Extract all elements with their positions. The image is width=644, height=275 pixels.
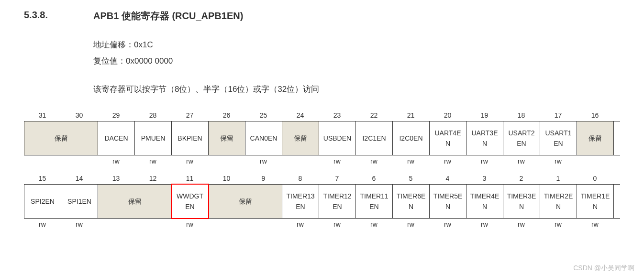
bit-number: 4	[429, 175, 466, 182]
access-cell: rw	[24, 220, 61, 228]
bit-number: 11	[171, 175, 208, 182]
access-cell: rw	[134, 157, 171, 165]
access-cell: rw	[392, 157, 429, 165]
access-cell: rw	[429, 157, 466, 165]
bit-number: 3	[466, 175, 503, 182]
access-cell: rw	[355, 220, 392, 228]
meta-info: 地址偏移：0x1C 复位值：0x0000 0000	[93, 37, 620, 69]
address-offset-value: 0x1C	[134, 40, 153, 49]
bit-number: 7	[319, 175, 355, 182]
bit-number: 18	[503, 111, 540, 119]
access-cell: rw	[98, 157, 134, 165]
bit-number: 6	[355, 175, 392, 182]
field-timer12en: TIMER12EN	[319, 185, 356, 218]
bit-number: 21	[392, 111, 429, 119]
access-cell: rw	[540, 157, 577, 165]
access-cell: rw	[466, 220, 503, 228]
field-timer5en: TIMER5EN	[430, 185, 466, 218]
field-reserved: 保留	[209, 121, 245, 155]
access-cell: rw	[319, 220, 355, 228]
bit-number: 19	[466, 111, 503, 119]
bit-number: 17	[540, 111, 577, 119]
field-can0en: CAN0EN	[245, 121, 282, 155]
field-reserved: 保留	[98, 185, 172, 218]
field-bkpien: BKPIEN	[172, 121, 209, 155]
field-usbden: USBDEN	[319, 121, 356, 155]
bit-number: 10	[208, 175, 245, 182]
field-timer2en: TIMER2EN	[540, 185, 577, 218]
bit-fields-low: SPI2ENSPI1EN保留WWDGTEN保留TIMER13ENTIMER12E…	[24, 184, 620, 219]
bit-number: 28	[134, 111, 171, 119]
field-reserved: 保留	[24, 121, 98, 155]
field-uart3en: UART3EN	[466, 121, 503, 155]
bit-number: 31	[24, 111, 61, 119]
access-cell: rw	[503, 157, 540, 165]
access-cell: rw	[577, 220, 613, 228]
bit-number: 22	[355, 111, 392, 119]
bit-numbers-low: 1514131211109876543210	[24, 175, 620, 182]
reset-value-value: 0x0000 0000	[126, 56, 173, 66]
field-timer11en: TIMER11EN	[356, 185, 393, 218]
reset-value-line: 复位值：0x0000 0000	[93, 53, 620, 69]
field-wwdgten: WWDGTEN	[172, 185, 209, 218]
field-timer1en: TIMER1EN	[577, 185, 614, 218]
bit-number: 23	[319, 111, 355, 119]
bit-number: 24	[282, 111, 319, 119]
access-cell	[577, 157, 613, 165]
bit-number: 13	[98, 175, 134, 182]
bit-number: 25	[245, 111, 282, 119]
access-row-low: rwrwrwrwrwrwrwrwrwrwrwrw	[24, 220, 620, 228]
bit-number: 14	[61, 175, 98, 182]
field-uart4en: UART4EN	[430, 121, 466, 155]
bit-number: 5	[392, 175, 429, 182]
access-cell: rw	[392, 220, 429, 228]
bit-fields-high: 保留DACENPMUENBKPIEN保留CAN0EN保留USBDENI2C1EN…	[24, 121, 620, 155]
field-reserved: 保留	[282, 121, 319, 155]
access-cell: rw	[282, 220, 319, 228]
access-cell: rw	[540, 220, 577, 228]
register-row-high: 31302928272625242322212019181716保留DACENP…	[24, 111, 620, 165]
field-spi1en: SPI1EN	[61, 185, 98, 218]
access-cell: rw	[171, 220, 208, 228]
section-header: 5.3.8. APB1 使能寄存器 (RCU_APB1EN)	[24, 10, 620, 22]
register-row-low: 1514131211109876543210SPI2ENSPI1EN保留WWDG…	[24, 175, 620, 228]
bit-number: 15	[24, 175, 61, 182]
bit-number: 8	[282, 175, 319, 182]
bit-number: 9	[245, 175, 282, 182]
access-cell	[208, 220, 282, 228]
reset-value-label: 复位值：	[93, 56, 126, 66]
access-row-high: rwrwrwrwrwrwrwrwrwrwrw	[24, 157, 620, 165]
bit-number: 29	[98, 111, 134, 119]
field-usart2en: USART2EN	[503, 121, 540, 155]
field-timer3en: TIMER3EN	[503, 185, 540, 218]
field-usart1en: USART1EN	[540, 121, 577, 155]
access-cell: rw	[245, 157, 282, 165]
access-cell: rw	[466, 157, 503, 165]
bit-number: 26	[208, 111, 245, 119]
bit-number: 12	[134, 175, 171, 182]
bit-number: 27	[171, 111, 208, 119]
field-i2c0en: I2C0EN	[393, 121, 430, 155]
access-cell: rw	[61, 220, 98, 228]
bit-number: 0	[577, 175, 613, 182]
bit-number: 20	[429, 111, 466, 119]
access-cell: rw	[171, 157, 208, 165]
access-cell: rw	[319, 157, 355, 165]
access-cell: rw	[429, 220, 466, 228]
field-timer4en: TIMER4EN	[466, 185, 503, 218]
field-dacen: DACEN	[98, 121, 135, 155]
bit-numbers-high: 31302928272625242322212019181716	[24, 111, 620, 119]
field-spi2en: SPI2EN	[24, 185, 61, 218]
access-cell	[24, 157, 98, 165]
field-i2c1en: I2C1EN	[356, 121, 393, 155]
section-title: APB1 使能寄存器 (RCU_APB1EN)	[93, 10, 243, 22]
section-number: 5.3.8.	[24, 10, 93, 22]
bit-number: 16	[577, 111, 613, 119]
access-cell	[98, 220, 171, 228]
description: 该寄存器可以按字节（8位）、半字（16位）或字（32位）访问	[93, 84, 620, 95]
field-reserved: 保留	[209, 185, 282, 218]
access-cell	[208, 157, 245, 165]
field-timer13en: TIMER13EN	[282, 185, 319, 218]
address-offset-label: 地址偏移：	[93, 40, 134, 49]
field-reserved: 保留	[577, 121, 614, 155]
